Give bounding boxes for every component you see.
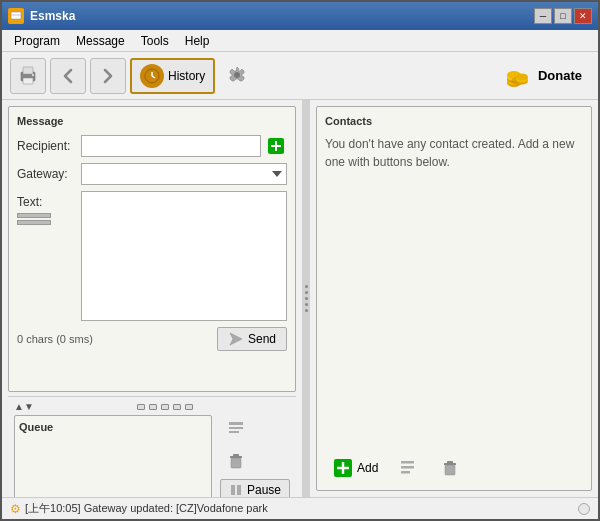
queue-group: Queue xyxy=(14,415,212,497)
message-group: Message Recipient: Gateway: xyxy=(8,106,296,392)
queue-actions: Pause xyxy=(220,415,290,497)
maximize-button[interactable]: □ xyxy=(554,8,572,24)
contacts-delete-button[interactable] xyxy=(434,454,466,482)
contacts-group: Contacts You don't have any contact crea… xyxy=(316,106,592,491)
text-line-1 xyxy=(17,213,51,218)
pause-label: Pause xyxy=(247,483,281,497)
text-indicators xyxy=(17,213,81,225)
queue-delete-button[interactable] xyxy=(220,447,252,475)
queue-section: ▲▼ Queue xyxy=(8,396,296,491)
recipient-label: Recipient: xyxy=(17,139,81,153)
svg-rect-36 xyxy=(401,471,410,474)
dot-5 xyxy=(185,404,193,410)
contacts-actions: Add xyxy=(325,454,583,482)
close-button[interactable]: ✕ xyxy=(574,8,592,24)
recipient-input[interactable] xyxy=(81,135,261,157)
svg-marker-22 xyxy=(230,333,242,345)
svg-rect-24 xyxy=(229,427,243,429)
svg-rect-25 xyxy=(229,431,239,433)
message-group-title: Message xyxy=(17,115,287,127)
window-title: Esmska xyxy=(30,9,534,23)
text-line-2 xyxy=(17,220,51,225)
svg-rect-3 xyxy=(23,67,33,74)
menu-tools[interactable]: Tools xyxy=(133,32,177,50)
contacts-edit-button[interactable] xyxy=(394,454,426,482)
history-icon xyxy=(140,64,164,88)
queue-title: Queue xyxy=(19,421,53,433)
svg-point-5 xyxy=(32,74,34,76)
svg-rect-35 xyxy=(401,466,414,469)
gateway-row: Gateway: xyxy=(17,163,287,185)
collapse-button[interactable]: ▲▼ xyxy=(14,401,34,412)
status-text: [上午10:05] Gateway updated: [CZ]Vodafone … xyxy=(25,501,268,516)
send-button[interactable]: Send xyxy=(217,327,287,351)
right-panel: Contacts You don't have any contact crea… xyxy=(310,100,598,497)
svg-rect-0 xyxy=(11,12,21,19)
donate-label: Donate xyxy=(538,68,582,83)
svg-rect-30 xyxy=(237,485,241,495)
contacts-edit-icon xyxy=(399,458,421,478)
queue-content: Queue xyxy=(14,415,290,497)
svg-rect-34 xyxy=(401,461,414,464)
status-indicator xyxy=(578,503,590,515)
history-label: History xyxy=(168,69,205,83)
menu-message[interactable]: Message xyxy=(68,32,133,50)
dot-1 xyxy=(137,404,145,410)
message-text-input[interactable] xyxy=(81,191,287,321)
svg-rect-29 xyxy=(231,485,235,495)
pause-button[interactable]: Pause xyxy=(220,479,290,497)
forward-button[interactable] xyxy=(90,58,126,94)
text-label: Text: xyxy=(17,193,81,209)
dot-2 xyxy=(149,404,157,410)
add-label: Add xyxy=(357,461,378,475)
svg-rect-28 xyxy=(233,454,239,456)
title-bar: Esmska ─ □ ✕ xyxy=(2,2,598,30)
menu-program[interactable]: Program xyxy=(6,32,68,50)
add-icon xyxy=(333,458,353,478)
pause-icon xyxy=(229,483,243,497)
svg-rect-23 xyxy=(229,422,243,425)
chars-row: 0 chars (0 sms) Send xyxy=(17,327,287,351)
menu-help[interactable]: Help xyxy=(177,32,218,50)
queue-edit-button[interactable] xyxy=(220,415,252,443)
text-row: Text: xyxy=(17,191,287,321)
main-content: Message Recipient: Gateway: xyxy=(2,100,598,497)
svg-point-18 xyxy=(516,73,528,80)
svg-rect-39 xyxy=(447,461,453,463)
svg-rect-4 xyxy=(23,78,33,84)
contacts-group-title: Contacts xyxy=(325,115,583,127)
main-window: Esmska ─ □ ✕ Program Message Tools Help xyxy=(0,0,600,521)
menu-bar: Program Message Tools Help xyxy=(2,30,598,52)
chars-info: 0 chars (0 sms) xyxy=(17,333,93,345)
add-recipient-button[interactable] xyxy=(265,135,287,157)
trash-icon xyxy=(226,451,246,471)
status-icon: ⚙ xyxy=(10,502,21,516)
svg-rect-37 xyxy=(445,465,455,475)
svg-rect-26 xyxy=(231,458,241,468)
contacts-empty-text: You don't have any contact created. Add … xyxy=(325,135,583,171)
history-button[interactable]: History xyxy=(130,58,215,94)
send-label: Send xyxy=(248,332,276,346)
toolbar-left: History xyxy=(10,58,496,94)
print-button[interactable] xyxy=(10,58,46,94)
queue-header: ▲▼ xyxy=(14,401,290,412)
settings-button[interactable] xyxy=(219,58,255,94)
minimize-button[interactable]: ─ xyxy=(534,8,552,24)
coins-icon xyxy=(504,61,534,91)
dot-4 xyxy=(173,404,181,410)
svg-rect-38 xyxy=(444,463,456,465)
gateway-select[interactable] xyxy=(81,163,287,185)
edit-icon xyxy=(226,419,246,439)
back-button[interactable] xyxy=(50,58,86,94)
status-bar: ⚙ [上午10:05] Gateway updated: [CZ]Vodafon… xyxy=(2,497,598,519)
dot-3 xyxy=(161,404,169,410)
donate-button[interactable]: Donate xyxy=(496,57,590,95)
window-controls: ─ □ ✕ xyxy=(534,8,592,24)
gateway-label: Gateway: xyxy=(17,167,81,181)
send-icon xyxy=(228,331,244,347)
contacts-trash-icon xyxy=(440,458,460,478)
vertical-splitter[interactable] xyxy=(302,100,310,497)
toolbar: History xyxy=(2,52,598,100)
left-panel: Message Recipient: Gateway: xyxy=(2,100,302,497)
add-contact-button[interactable]: Add xyxy=(325,454,386,482)
